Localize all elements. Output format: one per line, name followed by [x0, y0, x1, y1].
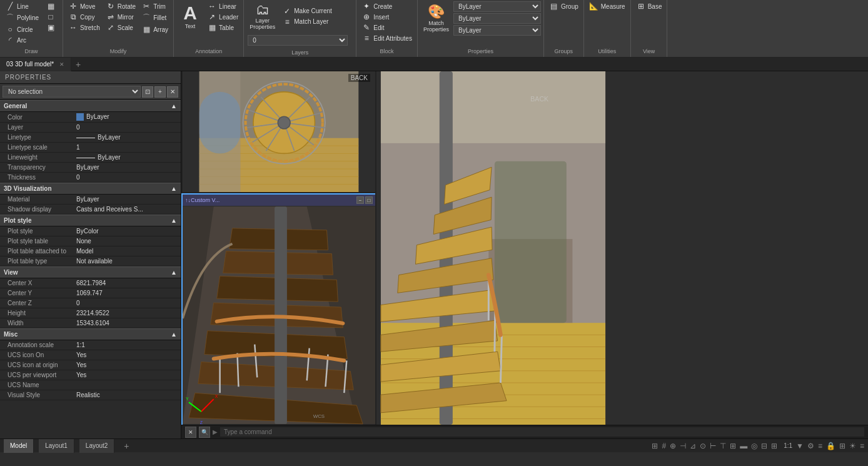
height-row: Height 23214.9522	[0, 308, 181, 318]
view-section: Center X 6821.7984 Center Y 1069.747 Cen…	[0, 278, 181, 328]
props-quick-select-button[interactable]: +	[154, 86, 166, 98]
grid-icon[interactable]: #	[662, 442, 666, 450]
customize-icon[interactable]: ≡	[860, 442, 864, 450]
layer-properties-button[interactable]: 🗂 LayerProperties	[246, 1, 278, 31]
measure-button[interactable]: 📐 Measure	[587, 1, 628, 11]
add-layout-button[interactable]: +	[119, 439, 133, 453]
base-button[interactable]: ⊞ Base	[633, 1, 665, 11]
group-button[interactable]: ▤ Group	[547, 1, 581, 11]
props-close-button[interactable]: ✕	[167, 86, 178, 98]
leader-button[interactable]: ↗ Leader	[204, 12, 241, 22]
otrack-icon[interactable]: ⊢	[710, 442, 716, 450]
svg-line-67	[500, 335, 502, 383]
linear-button[interactable]: ↔ Linear	[204, 1, 241, 11]
far-right-scene: BACK	[376, 71, 610, 425]
match-properties-button[interactable]: 🎨 MatchProperties	[420, 3, 452, 33]
lwt-icon[interactable]: ▬	[740, 442, 747, 450]
view-section-header[interactable]: View ▲	[0, 266, 181, 278]
match-layer-button[interactable]: ≡ Match Layer	[280, 17, 335, 27]
cmd-search-button[interactable]: 🔍	[199, 427, 210, 438]
layout2-tab[interactable]: Layout2	[79, 439, 115, 453]
mirror-button[interactable]: ⇌ Mirror	[103, 12, 138, 22]
annotation-group: A Text ↔ Linear ↗ Leader ▦ Table	[174, 0, 244, 57]
table-button[interactable]: ▦ Table	[204, 23, 241, 33]
rotate-icon: ↻	[106, 2, 116, 11]
annotation-scale-icon[interactable]: ▼	[796, 442, 804, 450]
add-tab-button[interactable]: +	[71, 58, 85, 71]
scale-button[interactable]: ⤢ Scale	[103, 23, 138, 33]
hatch-button[interactable]: ▦	[43, 1, 60, 11]
layers-group-label: Layers	[246, 48, 353, 57]
command-input[interactable]	[220, 427, 864, 437]
misc-section-header[interactable]: Misc ▲	[0, 328, 181, 340]
props-select-all-button[interactable]: ⊡	[142, 86, 153, 98]
snap-icon[interactable]: ⊕	[670, 442, 676, 450]
model-space-icon[interactable]: ⊞	[652, 442, 658, 450]
workspace-icon[interactable]: ⚙	[807, 442, 814, 450]
edit-button[interactable]: ✎ Edit	[359, 23, 415, 33]
ortho-icon[interactable]: ⊣	[680, 442, 686, 450]
linetype-scale-row: Linetype scale 1	[0, 143, 181, 153]
polar-icon[interactable]: ⊿	[690, 442, 696, 450]
center-y-row: Center Y 1069.747	[0, 288, 181, 298]
create-button[interactable]: ✦ Create	[359, 1, 415, 11]
circle-button[interactable]: ○ Circle	[3, 24, 41, 34]
edit-attributes-button[interactable]: ≡ Edit Attributes	[359, 33, 415, 43]
array-button[interactable]: ▦ Array	[139, 24, 171, 34]
move-button[interactable]: ✛ Move	[66, 1, 103, 11]
color-select[interactable]: ByLayer	[453, 1, 541, 12]
trim-icon: ✂	[141, 2, 151, 11]
layout1-tab[interactable]: Layout1	[39, 439, 74, 453]
layer-row: Layer 0	[0, 123, 181, 133]
bottom-right-viewport[interactable]: ↑↓Custom V... − □	[181, 193, 375, 425]
general-section-header[interactable]: General ▲	[0, 100, 181, 112]
back-label-tr: BACK	[348, 74, 370, 82]
lineweight-select[interactable]: ByLayer	[453, 25, 541, 36]
lock-icon[interactable]: 🔒	[826, 442, 835, 450]
linetype-select[interactable]: ByLayer	[453, 13, 541, 24]
line-button[interactable]: ╱ Line	[3, 1, 41, 11]
far-right-viewport[interactable]: BACK	[375, 71, 610, 425]
qp-icon[interactable]: ⊟	[761, 442, 767, 450]
layer-select[interactable]: 0	[248, 35, 348, 46]
tab-main-drawing[interactable]: 03 3D full model* ✕	[0, 58, 71, 71]
cmd-prompt: ▶	[213, 428, 218, 435]
ucs-icon-origin-row: UCS icon at origin Yes	[0, 360, 181, 370]
fillet-button[interactable]: ⌒ Fillet	[139, 12, 171, 24]
make-current-button[interactable]: ✓ Make Current	[280, 6, 335, 16]
stretch-button[interactable]: ↔ Stretch	[66, 23, 103, 33]
osnap-icon[interactable]: ⊙	[700, 442, 706, 450]
cmd-close-button[interactable]: ✕	[185, 427, 196, 438]
plot-table-attached-row: Plot table attached to Model	[0, 246, 181, 256]
dynmode-icon[interactable]: ⊞	[730, 442, 736, 450]
rotate-button[interactable]: ↻ Rotate	[103, 1, 138, 11]
collapse-plot-icon: ▲	[171, 217, 177, 224]
collapse-3dviz-icon: ▲	[171, 185, 177, 192]
top-right-viewport[interactable]: BACK	[181, 71, 375, 193]
text-button[interactable]: A Text	[176, 1, 204, 31]
vp-minimize-button[interactable]: −	[356, 196, 364, 204]
3d-viz-section-header[interactable]: 3D Visualization ▲	[0, 183, 181, 195]
material-row: Material ByLayer	[0, 195, 181, 205]
copy-button[interactable]: ⧉ Copy	[66, 12, 103, 22]
units-icon[interactable]: ≡	[818, 442, 822, 450]
sel-cycling-icon[interactable]: ⊞	[771, 442, 777, 450]
selection-dropdown[interactable]: No selection	[3, 86, 141, 98]
visual-style-row: Visual Style Realistic	[0, 390, 181, 400]
transparency-icon[interactable]: ◎	[751, 442, 757, 450]
arc-button[interactable]: ◜ Arc	[3, 35, 41, 45]
trim-button[interactable]: ✂ Trim	[139, 1, 171, 11]
close-tab-icon[interactable]: ✕	[59, 61, 64, 68]
plot-style-section-header[interactable]: Plot style ▲	[0, 215, 181, 226]
region-button[interactable]: □	[43, 12, 60, 22]
isolate-icon[interactable]: ☀	[849, 442, 856, 450]
model-tab[interactable]: Model	[4, 439, 34, 453]
insert-button[interactable]: ⊕ Insert	[359, 12, 415, 22]
wipeout-button[interactable]: ▣	[43, 23, 60, 33]
polyline-button[interactable]: ⌒ Polyline	[3, 12, 41, 24]
vp-restore-button[interactable]: □	[365, 196, 373, 204]
properties-selector: No selection ⊡ + ✕	[0, 84, 181, 100]
hardware-icon[interactable]: ⊞	[839, 442, 845, 450]
ducs-icon[interactable]: ⊤	[720, 442, 726, 450]
properties-panel: PROPERTIES No selection ⊡ + ✕ General ▲ …	[0, 71, 181, 438]
